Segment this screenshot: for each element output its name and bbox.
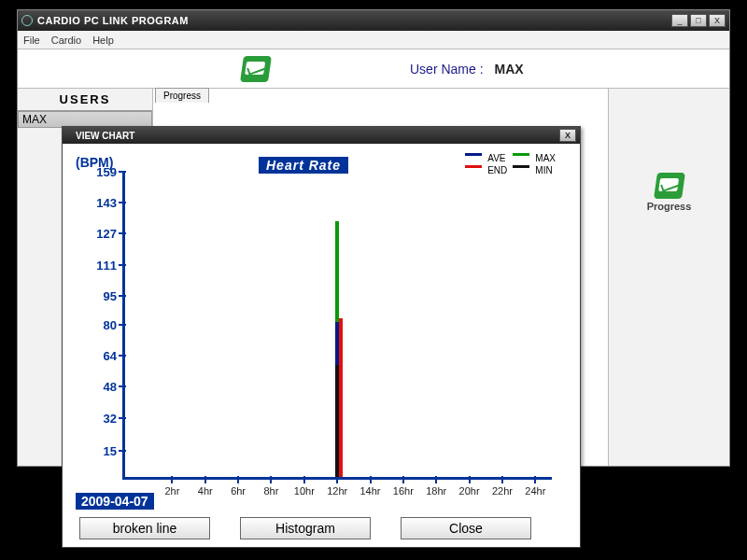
chart-button-row: broken line Histogram Close [79, 517, 531, 539]
y-tick-mark [119, 385, 126, 387]
x-tick-mark [435, 476, 437, 483]
menubar: File Cardio Help [18, 31, 729, 49]
x-tick-mark [336, 476, 338, 483]
chart-window-title: VIEW CHART [76, 131, 134, 141]
progress-icon[interactable] [655, 173, 684, 199]
y-tick: 143 [79, 196, 117, 210]
x-tick: 24hr [525, 485, 545, 497]
progress-label: Progress [647, 201, 692, 212]
plot-area: 1532486480951111271431592hr4hr6hr8hr10hr… [122, 172, 552, 480]
x-tick-mark [237, 476, 239, 483]
right-pane: Progress [608, 89, 729, 466]
broken-line-button[interactable]: broken line [79, 517, 210, 539]
x-tick-mark [370, 476, 372, 483]
y-tick: 32 [79, 411, 117, 425]
x-tick: 2hr [164, 485, 179, 497]
x-tick-mark [534, 476, 536, 483]
y-tick: 80 [79, 317, 117, 331]
username-value: MAX [494, 62, 523, 77]
y-tick-mark [119, 202, 126, 203]
x-tick: 22hr [492, 485, 513, 497]
app-logo-icon [242, 56, 270, 82]
bar-end [339, 318, 343, 477]
chart-window: VIEW CHART X (BPM) Heart Rate AVEMAXENDM… [62, 126, 581, 548]
x-tick-mark [469, 476, 471, 483]
x-tick: 10hr [294, 485, 315, 497]
chart-window-icon [66, 131, 76, 140]
header-strip: User Name : MAX [18, 49, 729, 89]
y-tick-mark [119, 264, 126, 266]
menu-cardio[interactable]: Cardio [51, 35, 81, 46]
app-icon [21, 15, 33, 26]
y-tick-mark [119, 232, 126, 234]
legend-swatch-end [465, 165, 482, 168]
x-tick-mark [501, 476, 503, 483]
y-tick-mark [119, 450, 126, 452]
username-label: User Name : [410, 62, 484, 77]
y-tick: 95 [79, 288, 117, 302]
chart-titlebar[interactable]: VIEW CHART X [63, 127, 580, 144]
y-tick: 159 [79, 165, 117, 179]
y-tick-mark [119, 355, 126, 357]
x-tick: 18hr [426, 485, 446, 497]
y-tick: 111 [79, 258, 117, 272]
y-tick-mark [119, 171, 126, 173]
y-tick: 48 [79, 380, 117, 394]
y-axis [122, 172, 125, 480]
legend-swatch-ave [465, 153, 482, 156]
legend-label-ave: AVE [487, 153, 507, 163]
legend-swatch-min [513, 165, 529, 168]
menu-help[interactable]: Help [92, 35, 114, 46]
minimize-button[interactable]: _ [671, 14, 688, 27]
x-tick: 4hr [198, 485, 213, 497]
x-tick: 6hr [231, 485, 246, 497]
main-title: CARDIO PC LINK PROGRAM [37, 15, 671, 26]
y-tick-mark [119, 324, 126, 326]
tab-progress[interactable]: Progress [155, 88, 209, 103]
users-header: USERS [18, 89, 152, 111]
y-tick-mark [119, 417, 126, 419]
legend-label-max: MAX [535, 153, 556, 163]
x-tick: 14hr [360, 485, 381, 497]
x-tick-mark [402, 476, 404, 483]
date-box: 2009-04-07 [76, 493, 154, 510]
chart-close-button[interactable]: X [559, 129, 576, 142]
close-button[interactable]: X [709, 14, 726, 27]
legend-swatch-max [513, 153, 529, 156]
x-tick-mark [303, 476, 305, 483]
histogram-button[interactable]: Histogram [240, 517, 371, 539]
y-tick: 127 [79, 227, 117, 241]
main-titlebar[interactable]: CARDIO PC LINK PROGRAM _ □ X [18, 10, 729, 31]
x-tick-mark [171, 476, 173, 483]
username-label-area: User Name : MAX [410, 62, 524, 77]
x-tick: 16hr [393, 485, 414, 497]
maximize-button[interactable]: □ [690, 14, 707, 27]
x-tick-mark [204, 476, 206, 483]
x-tick: 12hr [327, 485, 347, 497]
close-chart-button[interactable]: Close [401, 517, 531, 539]
y-tick: 15 [79, 443, 117, 457]
x-tick: 20hr [459, 485, 480, 497]
y-tick: 64 [79, 349, 117, 363]
chart-body: (BPM) Heart Rate AVEMAXENDMIN 1532486480… [63, 144, 580, 547]
x-tick: 8hr [263, 485, 278, 497]
y-tick-mark [119, 295, 126, 297]
x-tick-mark [270, 476, 272, 483]
menu-file[interactable]: File [23, 35, 40, 46]
